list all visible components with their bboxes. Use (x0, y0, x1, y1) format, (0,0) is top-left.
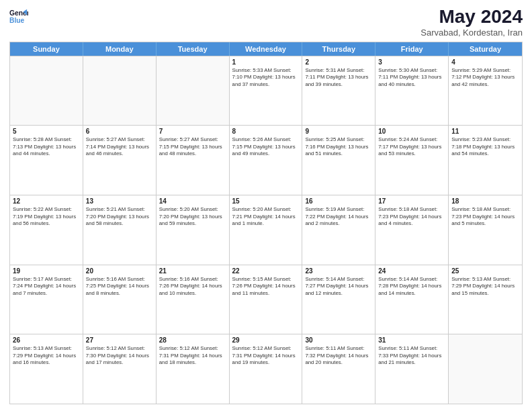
day-header-saturday: Saturday (449, 42, 522, 56)
day-cell-12: 12Sunrise: 5:22 AM Sunset: 7:19 PM Dayli… (10, 195, 83, 265)
day-info: Sunrise: 5:22 AM Sunset: 7:19 PM Dayligh… (13, 206, 80, 228)
day-cell-24: 24Sunrise: 5:14 AM Sunset: 7:28 PM Dayli… (375, 265, 449, 334)
day-cell-26: 26Sunrise: 5:13 AM Sunset: 7:29 PM Dayli… (10, 334, 83, 404)
svg-text:Blue: Blue (9, 17, 25, 24)
day-number: 23 (305, 267, 372, 275)
day-info: Sunrise: 5:24 AM Sunset: 7:17 PM Dayligh… (378, 136, 445, 158)
day-number: 30 (305, 336, 372, 344)
calendar: SundayMondayTuesdayWednesdayThursdayFrid… (9, 42, 523, 404)
day-number: 18 (451, 197, 519, 205)
day-number: 16 (305, 197, 372, 205)
day-info: Sunrise: 5:13 AM Sunset: 7:29 PM Dayligh… (451, 276, 519, 298)
calendar-body: 1Sunrise: 5:33 AM Sunset: 7:10 PM Daylig… (10, 56, 522, 404)
day-cell-9: 9Sunrise: 5:25 AM Sunset: 7:16 PM Daylig… (302, 126, 375, 195)
page: General Blue May 2024 Sarvabad, Kordesta… (0, 0, 532, 411)
day-cell-6: 6Sunrise: 5:27 AM Sunset: 7:14 PM Daylig… (83, 126, 157, 195)
calendar-week-4: 19Sunrise: 5:17 AM Sunset: 7:24 PM Dayli… (10, 265, 522, 334)
month-title: May 2024 (420, 7, 523, 28)
day-info: Sunrise: 5:18 AM Sunset: 7:23 PM Dayligh… (451, 206, 519, 228)
day-number: 22 (232, 267, 300, 275)
day-cell-25: 25Sunrise: 5:13 AM Sunset: 7:29 PM Dayli… (449, 265, 522, 334)
day-number: 13 (86, 197, 153, 205)
day-header-tuesday: Tuesday (157, 42, 230, 56)
day-info: Sunrise: 5:20 AM Sunset: 7:20 PM Dayligh… (159, 206, 226, 228)
day-info: Sunrise: 5:29 AM Sunset: 7:12 PM Dayligh… (451, 67, 519, 89)
day-cell-31: 31Sunrise: 5:11 AM Sunset: 7:33 PM Dayli… (375, 334, 449, 404)
day-cell-14: 14Sunrise: 5:20 AM Sunset: 7:20 PM Dayli… (157, 195, 230, 265)
day-number: 11 (451, 128, 519, 135)
title-block: May 2024 Sarvabad, Kordestan, Iran (420, 7, 523, 38)
day-number: 10 (378, 128, 445, 135)
logo: General Blue (9, 7, 28, 26)
day-cell-23: 23Sunrise: 5:14 AM Sunset: 7:27 PM Dayli… (302, 265, 375, 334)
day-info: Sunrise: 5:11 AM Sunset: 7:32 PM Dayligh… (305, 345, 372, 367)
day-cell-27: 27Sunrise: 5:12 AM Sunset: 7:30 PM Dayli… (83, 334, 157, 404)
day-cell-10: 10Sunrise: 5:24 AM Sunset: 7:17 PM Dayli… (375, 126, 449, 195)
day-info: Sunrise: 5:30 AM Sunset: 7:11 PM Dayligh… (378, 67, 445, 89)
day-number: 1 (232, 58, 300, 66)
day-number: 14 (159, 197, 226, 205)
day-cell-28: 28Sunrise: 5:12 AM Sunset: 7:31 PM Dayli… (157, 334, 230, 404)
day-info: Sunrise: 5:19 AM Sunset: 7:22 PM Dayligh… (305, 206, 372, 228)
day-header-thursday: Thursday (302, 42, 375, 56)
day-info: Sunrise: 5:11 AM Sunset: 7:33 PM Dayligh… (378, 345, 445, 367)
day-info: Sunrise: 5:12 AM Sunset: 7:31 PM Dayligh… (232, 345, 300, 367)
day-info: Sunrise: 5:16 AM Sunset: 7:25 PM Dayligh… (86, 276, 153, 298)
day-info: Sunrise: 5:15 AM Sunset: 7:26 PM Dayligh… (232, 276, 300, 298)
calendar-week-3: 12Sunrise: 5:22 AM Sunset: 7:19 PM Dayli… (10, 195, 522, 265)
day-info: Sunrise: 5:14 AM Sunset: 7:27 PM Dayligh… (305, 276, 372, 298)
day-header-monday: Monday (83, 42, 157, 56)
day-info: Sunrise: 5:28 AM Sunset: 7:13 PM Dayligh… (13, 136, 80, 158)
day-cell-16: 16Sunrise: 5:19 AM Sunset: 7:22 PM Dayli… (302, 195, 375, 265)
day-info: Sunrise: 5:18 AM Sunset: 7:23 PM Dayligh… (378, 206, 445, 228)
day-info: Sunrise: 5:27 AM Sunset: 7:14 PM Dayligh… (86, 136, 153, 158)
day-info: Sunrise: 5:27 AM Sunset: 7:15 PM Dayligh… (159, 136, 226, 158)
day-cell-20: 20Sunrise: 5:16 AM Sunset: 7:25 PM Dayli… (83, 265, 157, 334)
day-header-wednesday: Wednesday (230, 42, 303, 56)
day-number: 7 (159, 128, 226, 135)
day-number: 21 (159, 267, 226, 275)
day-cell-3: 3Sunrise: 5:30 AM Sunset: 7:11 PM Daylig… (375, 56, 449, 126)
header: General Blue May 2024 Sarvabad, Kordesta… (9, 7, 523, 38)
day-number: 6 (86, 128, 153, 135)
day-cell-8: 8Sunrise: 5:26 AM Sunset: 7:15 PM Daylig… (230, 126, 303, 195)
empty-cell (157, 56, 230, 126)
calendar-week-1: 1Sunrise: 5:33 AM Sunset: 7:10 PM Daylig… (10, 56, 522, 126)
day-number: 25 (451, 267, 519, 275)
day-header-friday: Friday (375, 42, 449, 56)
logo-icon: General Blue (9, 7, 28, 26)
day-cell-22: 22Sunrise: 5:15 AM Sunset: 7:26 PM Dayli… (230, 265, 303, 334)
day-info: Sunrise: 5:16 AM Sunset: 7:26 PM Dayligh… (159, 276, 226, 298)
day-cell-19: 19Sunrise: 5:17 AM Sunset: 7:24 PM Dayli… (10, 265, 83, 334)
day-number: 31 (378, 336, 445, 344)
day-cell-17: 17Sunrise: 5:18 AM Sunset: 7:23 PM Dayli… (375, 195, 449, 265)
calendar-week-2: 5Sunrise: 5:28 AM Sunset: 7:13 PM Daylig… (10, 125, 522, 195)
day-number: 17 (378, 197, 445, 205)
day-info: Sunrise: 5:25 AM Sunset: 7:16 PM Dayligh… (305, 136, 372, 158)
day-cell-21: 21Sunrise: 5:16 AM Sunset: 7:26 PM Dayli… (157, 265, 230, 334)
day-cell-7: 7Sunrise: 5:27 AM Sunset: 7:15 PM Daylig… (157, 126, 230, 195)
day-cell-30: 30Sunrise: 5:11 AM Sunset: 7:32 PM Dayli… (302, 334, 375, 404)
day-number: 28 (159, 336, 226, 344)
day-info: Sunrise: 5:14 AM Sunset: 7:28 PM Dayligh… (378, 276, 445, 298)
day-cell-15: 15Sunrise: 5:20 AM Sunset: 7:21 PM Dayli… (230, 195, 303, 265)
day-cell-5: 5Sunrise: 5:28 AM Sunset: 7:13 PM Daylig… (10, 126, 83, 195)
day-info: Sunrise: 5:12 AM Sunset: 7:30 PM Dayligh… (86, 345, 153, 367)
day-number: 3 (378, 58, 445, 66)
day-cell-11: 11Sunrise: 5:23 AM Sunset: 7:18 PM Dayli… (449, 126, 522, 195)
day-number: 29 (232, 336, 300, 344)
empty-cell (10, 56, 83, 126)
day-number: 12 (13, 197, 80, 205)
day-info: Sunrise: 5:26 AM Sunset: 7:15 PM Dayligh… (232, 136, 300, 158)
day-info: Sunrise: 5:17 AM Sunset: 7:24 PM Dayligh… (13, 276, 80, 298)
day-info: Sunrise: 5:21 AM Sunset: 7:20 PM Dayligh… (86, 206, 153, 228)
day-number: 2 (305, 58, 372, 66)
day-number: 15 (232, 197, 300, 205)
day-number: 5 (13, 128, 80, 135)
day-info: Sunrise: 5:13 AM Sunset: 7:29 PM Dayligh… (13, 345, 80, 367)
day-header-sunday: Sunday (10, 42, 83, 56)
day-cell-4: 4Sunrise: 5:29 AM Sunset: 7:12 PM Daylig… (449, 56, 522, 126)
calendar-header: SundayMondayTuesdayWednesdayThursdayFrid… (10, 42, 522, 56)
calendar-week-5: 26Sunrise: 5:13 AM Sunset: 7:29 PM Dayli… (10, 334, 522, 404)
day-number: 19 (13, 267, 80, 275)
